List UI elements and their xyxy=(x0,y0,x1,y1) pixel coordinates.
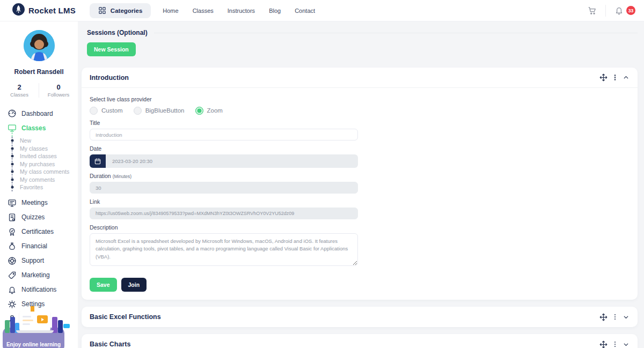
session-card-body: Select live class provider Custom BigBlu… xyxy=(82,88,638,300)
sidebar-item-classes[interactable]: Classes xyxy=(8,121,78,135)
navbar-actions: 33 xyxy=(588,5,635,17)
marketing-icon xyxy=(8,271,17,280)
user-stats: 2 Classes 0 Followers xyxy=(0,83,78,98)
submenu-item-favorites[interactable]: Favorites xyxy=(20,183,78,191)
sidebar-item-support[interactable]: Support xyxy=(8,254,78,268)
notification-count-badge[interactable]: 33 xyxy=(626,6,635,15)
session-card-title: Introduction xyxy=(90,74,129,82)
submenu-item-my-class-comments[interactable]: My class comments xyxy=(20,168,78,176)
kebab-menu-icon[interactable] xyxy=(614,313,616,321)
dashboard-icon xyxy=(8,109,17,118)
provider-radio-group: Custom BigBlueButton Zoom xyxy=(90,106,630,115)
main-content: Sessions (Optional) New Session Introduc… xyxy=(78,21,644,348)
duration-unit-label: (Minutes) xyxy=(113,174,131,179)
provider-option-custom[interactable]: Custom xyxy=(90,107,123,115)
top-navbar: Rocket LMS Categories Home Classes Instr… xyxy=(0,0,644,21)
save-button[interactable]: Save xyxy=(90,278,117,292)
drag-move-icon[interactable] xyxy=(599,340,608,348)
submenu-item-my-classes[interactable]: My classes xyxy=(20,145,78,153)
kebab-menu-icon[interactable] xyxy=(614,74,616,82)
title-label: Title xyxy=(90,120,630,126)
sidebar-item-meetings[interactable]: Meetings xyxy=(8,196,78,210)
nav-link-contact[interactable]: Contact xyxy=(295,8,315,14)
navbar-divider xyxy=(605,5,606,17)
section-divider xyxy=(154,33,638,33)
sessions-section-header: Sessions (Optional) xyxy=(82,29,638,36)
title-input[interactable] xyxy=(90,129,358,140)
expand-chevron-down-icon[interactable] xyxy=(623,314,630,321)
collapse-chevron-up-icon[interactable] xyxy=(623,74,630,81)
quizzes-icon xyxy=(8,213,17,222)
notifications-bell-icon[interactable] xyxy=(614,6,624,15)
brand-name: Rocket LMS xyxy=(28,6,76,15)
sidebar: Robert Ransdell 2 Classes 0 Followers Da… xyxy=(0,21,78,348)
nav-link-home[interactable]: Home xyxy=(163,8,178,14)
radio-checked-icon[interactable] xyxy=(195,107,203,115)
calendar-icon[interactable] xyxy=(90,154,106,168)
link-input[interactable] xyxy=(90,208,358,219)
section-title: Sessions (Optional) xyxy=(87,29,148,36)
nav-link-blog[interactable]: Blog xyxy=(269,8,281,14)
expand-chevron-down-icon[interactable] xyxy=(623,341,630,348)
book-illustration xyxy=(5,320,10,333)
provider-option-bigbluebutton[interactable]: BigBlueButton xyxy=(134,107,185,115)
link-label: Link xyxy=(90,198,630,205)
user-name: Robert Ransdell xyxy=(0,68,78,76)
banner-caption: Enjoy online learning xyxy=(3,342,64,347)
submenu-item-new[interactable]: New xyxy=(20,137,78,145)
new-session-button[interactable]: New Session xyxy=(87,42,136,56)
collapsed-card-header: Basic Charts xyxy=(82,334,638,348)
categories-button[interactable]: Categories xyxy=(90,3,151,18)
laptop-base-illustration xyxy=(16,330,54,333)
sidebar-item-financial[interactable]: Financial xyxy=(8,239,78,254)
stat-classes: 2 Classes xyxy=(0,83,39,98)
promo-banner[interactable]: Enjoy online learning xyxy=(0,305,78,348)
session-card-basic-excel-functions: Basic Excel Functions xyxy=(82,307,638,327)
avatar[interactable] xyxy=(24,30,55,61)
grid-icon xyxy=(98,6,106,14)
form-buttons-row: Save Join xyxy=(90,278,630,292)
drag-move-icon[interactable] xyxy=(599,313,608,321)
brand-logo[interactable]: Rocket LMS xyxy=(12,3,76,18)
collapsed-card-header: Basic Excel Functions xyxy=(82,307,638,327)
sidebar-item-quizzes[interactable]: Quizzes xyxy=(8,210,78,225)
kebab-menu-icon[interactable] xyxy=(614,340,616,348)
radio-unchecked-icon[interactable] xyxy=(90,107,98,115)
session-card-introduction: Introduction Select live class provider … xyxy=(82,68,638,300)
radio-unchecked-icon[interactable] xyxy=(134,107,142,115)
sidebar-item-notifications[interactable]: Notifications xyxy=(8,283,78,297)
description-textarea[interactable]: Microsoft Excel is a spreadsheet develop… xyxy=(90,233,358,266)
book-illustration xyxy=(10,317,15,333)
laptop-illustration xyxy=(19,312,50,331)
certificates-icon xyxy=(8,227,17,236)
sidebar-item-dashboard[interactable]: Dashboard xyxy=(8,106,78,121)
meetings-icon xyxy=(8,198,17,208)
notifications-icon xyxy=(8,285,17,294)
user-profile-summary: Robert Ransdell 2 Classes 0 Followers xyxy=(0,21,78,98)
submenu-item-my-purchases[interactable]: My purchases xyxy=(20,160,78,168)
date-label: Date xyxy=(90,145,630,152)
stat-followers: 0 Followers xyxy=(39,83,78,98)
book-illustration xyxy=(63,324,70,328)
financial-icon xyxy=(8,242,17,251)
collapsed-card-title: Basic Charts xyxy=(90,340,130,348)
provider-option-zoom[interactable]: Zoom xyxy=(195,107,223,115)
date-field-group xyxy=(90,154,358,168)
duration-input[interactable] xyxy=(90,182,358,194)
cart-icon[interactable] xyxy=(588,6,597,15)
nav-link-instructors[interactable]: Instructors xyxy=(228,8,255,14)
join-button[interactable]: Join xyxy=(121,278,147,292)
play-icon xyxy=(37,315,48,323)
sidebar-item-certificates[interactable]: Certificates xyxy=(8,225,78,239)
classes-submenu: New My classes Invited classes My purcha… xyxy=(12,137,78,191)
sidebar-item-marketing[interactable]: Marketing xyxy=(8,268,78,283)
submenu-item-my-comments[interactable]: My comments xyxy=(20,176,78,184)
book-illustration xyxy=(58,320,63,333)
drag-move-icon[interactable] xyxy=(599,73,608,82)
nav-link-classes[interactable]: Classes xyxy=(193,8,214,14)
submenu-item-invited-classes[interactable]: Invited classes xyxy=(20,152,78,160)
support-icon xyxy=(8,256,17,265)
date-input[interactable] xyxy=(106,154,358,168)
rocket-logo-icon xyxy=(12,3,25,18)
sidebar-menu: Dashboard Classes New My classes Invited… xyxy=(0,98,78,326)
